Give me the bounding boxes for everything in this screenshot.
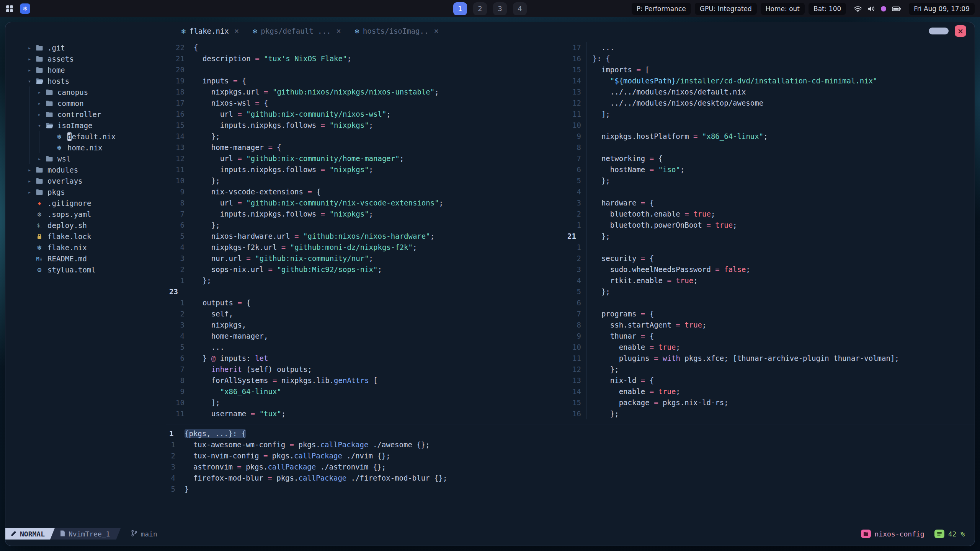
folder-icon	[44, 89, 54, 95]
code-line: 19 inputs = {	[166, 75, 564, 86]
tree-item-label: assets	[44, 55, 74, 63]
code-line: 7 inputs.nixpkgs.follows = "nixpkgs";	[166, 209, 564, 220]
tree-item-flake.nix[interactable]: ❄flake.nix	[24, 242, 166, 253]
mode-label: NORMAL	[20, 530, 45, 538]
line-number: 8	[166, 375, 189, 386]
chevron-right-icon[interactable]: ▸	[34, 156, 44, 162]
tree-item-label: .gitignore	[44, 199, 91, 207]
editor-pane-isoimage[interactable]: 17 ...16}: {15 imports = [14 "${modulesP…	[564, 40, 975, 424]
tree-item-label: stylua.toml	[44, 266, 96, 274]
line-number: 9	[166, 186, 189, 197]
chevron-right-icon[interactable]: ▸	[34, 89, 44, 95]
tab-close-icon[interactable]: ×	[336, 26, 341, 36]
tree-item-assets[interactable]: ▸assets	[24, 53, 166, 64]
code-line: 1 };	[166, 275, 564, 286]
tree-item-flake.lock[interactable]: flake.lock	[24, 231, 166, 242]
chevron-right-icon[interactable]: ▸	[24, 56, 34, 62]
tab-close-icon[interactable]: ×	[234, 26, 239, 36]
chevron-down-icon[interactable]: ▾	[24, 78, 34, 84]
line-number: 2	[166, 308, 189, 320]
line-number: 11	[564, 109, 586, 120]
chevron-right-icon[interactable]: ▸	[24, 45, 34, 51]
branch-icon	[131, 530, 137, 538]
workspace-2[interactable]: 2	[473, 2, 487, 15]
tab-flake.nix[interactable]: ❄flake.nix×	[181, 26, 239, 36]
tree-item-home.nix[interactable]: ❄home.nix	[24, 142, 166, 153]
code-line: 8 forAllSystems = nixpkgs.lib.genAttrs [	[166, 375, 564, 386]
workspace-3[interactable]: 3	[493, 2, 507, 15]
tree-item-controller[interactable]: ▸controller	[24, 109, 166, 120]
tree-item-common[interactable]: ▸common	[24, 98, 166, 109]
code-line: 13 ../../modules/nixos/default.nix	[564, 86, 975, 98]
code-line: 1{pkgs, ...}: {	[166, 428, 975, 439]
tree-item-label: flake.lock	[44, 232, 91, 241]
code-line: 21 };	[564, 231, 975, 242]
indent-guide	[24, 153, 34, 164]
code-line: 4 nixpkgs-f2k.url = "github:moni-dz/nixp…	[166, 242, 564, 253]
tree-item-label: canopus	[54, 88, 88, 96]
apps-grid-icon[interactable]	[5, 5, 14, 13]
tree-item-modules[interactable]: ▸modules	[24, 164, 166, 175]
tree-item-README.md[interactable]: M↓README.md	[24, 253, 166, 264]
line-number: 20	[166, 64, 189, 75]
battery-icon[interactable]	[892, 6, 901, 11]
tab-pkgs-default-...[interactable]: ❄pkgs/default ...×	[253, 26, 341, 36]
editor-pane-pkgs[interactable]: 1{pkgs, ...}: {1 tux-awesome-wm-config =…	[166, 424, 975, 528]
code-line: 6	[564, 297, 975, 308]
distro-logo-icon[interactable]: ❄	[20, 3, 30, 14]
chevron-right-icon[interactable]: ▸	[24, 67, 34, 73]
line-number: 21	[166, 53, 189, 64]
code-line: 15 inputs.nixpkgs.follows = "nixpkgs";	[166, 120, 564, 131]
chevron-right-icon[interactable]: ▸	[34, 111, 44, 117]
tree-item-.sops.yaml[interactable]: ⚙.sops.yaml	[24, 209, 166, 220]
tree-item-label: default.nix	[64, 132, 116, 141]
tab-label: flake.nix	[189, 27, 229, 35]
nix-icon: ❄	[54, 132, 64, 141]
chevron-down-icon[interactable]: ▾	[34, 122, 44, 129]
code-line: 4	[564, 186, 975, 197]
tree-item-home[interactable]: ▸home	[24, 64, 166, 75]
line-number: 3	[564, 197, 586, 209]
indicator-dot-icon[interactable]	[880, 6, 887, 12]
line-number: 15	[564, 397, 586, 408]
tree-item-pkgs[interactable]: ▸pkgs	[24, 186, 166, 197]
line-number: 7	[564, 153, 586, 164]
tree-item-isoImage[interactable]: ▾isoImage	[24, 120, 166, 131]
window-close-button[interactable]: ×	[955, 25, 966, 37]
window-toggle-button[interactable]	[929, 28, 949, 34]
tree-item-canopus[interactable]: ▸canopus	[24, 86, 166, 98]
line-number: 14	[564, 75, 586, 86]
tree-item-.git[interactable]: ▸.git	[24, 42, 166, 53]
chevron-right-icon[interactable]: ▸	[24, 178, 34, 184]
code-line: 14 enable = true;	[564, 386, 975, 397]
tab-close-icon[interactable]: ×	[434, 26, 439, 36]
wifi-icon[interactable]	[854, 5, 862, 12]
tree-item-stylua.toml[interactable]: ⚙stylua.toml	[24, 264, 166, 275]
folder-icon	[44, 156, 54, 162]
line-number: 23	[166, 286, 189, 297]
tree-item-.gitignore[interactable]: ◆.gitignore	[24, 197, 166, 209]
line-number: 7	[166, 209, 189, 220]
tree-item-overlays[interactable]: ▸overlays	[24, 175, 166, 186]
tree-item-default.nix[interactable]: ❄default.nix	[24, 131, 166, 142]
workspace-1[interactable]: 1	[453, 2, 467, 15]
chevron-right-icon[interactable]: ▸	[34, 100, 44, 106]
chevron-right-icon[interactable]: ▸	[24, 189, 34, 195]
editor-pane-flake[interactable]: 22{21 description = "tux's NixOS Flake";…	[166, 40, 564, 424]
tab-hosts-isoImag..[interactable]: ❄hosts/isoImag..×	[355, 26, 439, 36]
line-number: 15	[564, 64, 586, 75]
indent-guide	[24, 109, 34, 120]
tree-item-deploy.sh[interactable]: $_deploy.sh	[24, 220, 166, 231]
workspace-4[interactable]: 4	[513, 2, 527, 15]
line-number: 14	[166, 131, 189, 142]
tree-item-wsl[interactable]: ▸wsl	[24, 153, 166, 164]
code-line: 16}: {	[564, 53, 975, 64]
code-line: 4 home-manager,	[166, 331, 564, 342]
chevron-right-icon[interactable]: ▸	[24, 167, 34, 173]
volume-icon[interactable]	[867, 6, 875, 12]
tree-item-hosts[interactable]: ▾hosts	[24, 75, 166, 86]
code-line: 9 "x86_64-linux"	[166, 386, 564, 397]
tree-item-label: modules	[44, 166, 78, 174]
code-line: 4 firefox-mod-blur = pkgs.callPackage ./…	[166, 473, 975, 484]
line-number: 16	[166, 109, 189, 120]
